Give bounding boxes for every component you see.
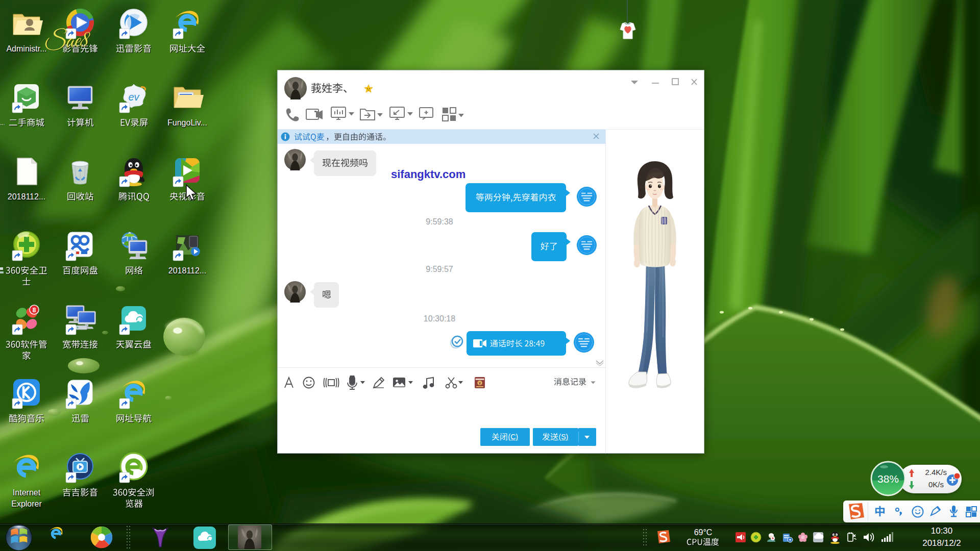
svg-text:38%: 38% (877, 473, 899, 485)
svg-text:8: 8 (33, 307, 36, 314)
svg-text:¥: ¥ (478, 381, 481, 386)
svg-text:ev: ev (128, 91, 139, 103)
